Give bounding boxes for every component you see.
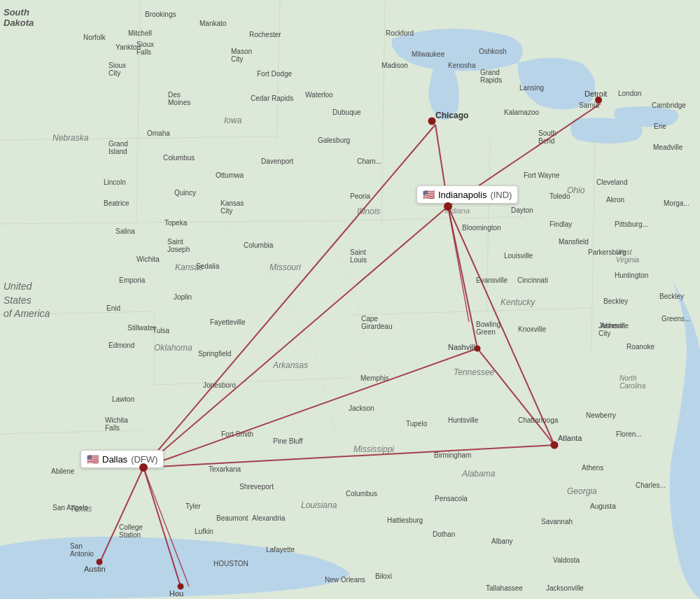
map-container: Chicago Detroit Atlanta Nashville Hou Au… bbox=[0, 0, 700, 599]
dfw-dot bbox=[139, 463, 148, 472]
ind-flag: 🇺🇸 bbox=[423, 189, 435, 200]
houston-label: Hou bbox=[169, 589, 183, 598]
ind-code: (IND) bbox=[490, 190, 512, 200]
indianapolis-label: 🇺🇸 Indianapolis (IND) bbox=[416, 185, 518, 204]
nashville-dot bbox=[475, 346, 481, 352]
dfw-text: Dallas bbox=[102, 454, 127, 465]
detroit-dot bbox=[595, 97, 602, 104]
austin-label: Austin bbox=[84, 565, 106, 573]
houston-dot bbox=[178, 584, 184, 590]
austin-dot bbox=[97, 559, 103, 565]
dallas-label: 🇺🇸 Dallas (DFW) bbox=[80, 450, 164, 468]
ind-text: Indianapolis bbox=[438, 190, 486, 200]
chicago-dot bbox=[428, 118, 436, 125]
atlanta-dot bbox=[551, 442, 559, 449]
chicago-label: Chicago bbox=[435, 111, 468, 120]
atlanta-label: Atlanta bbox=[558, 434, 582, 442]
ind-dot bbox=[444, 202, 452, 211]
dfw-flag: 🇺🇸 bbox=[87, 453, 99, 465]
